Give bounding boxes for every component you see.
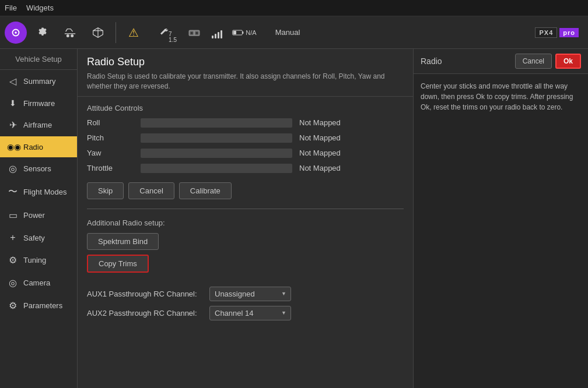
plan-button[interactable] — [85, 20, 111, 45]
settings-button[interactable] — [29, 20, 55, 45]
channel-row-throttle: Throttle Not Mapped — [87, 164, 404, 173]
right-panel-buttons: Cancel Ok — [515, 54, 581, 69]
vehicle-button[interactable] — [57, 20, 83, 45]
attitude-controls-label: Attitude Controls — [87, 104, 404, 112]
sidebar-item-power[interactable]: ▭ Power — [0, 204, 77, 227]
channel-status-pitch: Not Mapped — [299, 133, 358, 142]
channel-row-yaw: Yaw Not Mapped — [87, 149, 404, 158]
sidebar-item-tuning[interactable]: ⚙ Tuning — [0, 249, 77, 271]
sidebar-item-label-summary: Summary — [23, 77, 56, 86]
sensors-icon: ◎ — [7, 163, 19, 174]
sidebar-item-firmware[interactable]: ⬇ Firmware — [0, 93, 77, 114]
right-panel: Radio Cancel Ok Center your sticks and m… — [413, 49, 588, 388]
svg-point-11 — [191, 31, 193, 34]
sidebar-item-airframe[interactable]: ✈ Airframe — [0, 114, 77, 136]
toolbar: ⚠ 71.5 N/A Manual — [0, 16, 588, 49]
content-title: Radio Setup — [87, 56, 404, 68]
right-panel-body: Center your sticks and move throttle all… — [414, 74, 588, 119]
sidebar-header: Vehicle Setup — [0, 49, 77, 70]
svg-point-2 — [15, 31, 17, 34]
signal-bars — [212, 27, 222, 38]
content-body: Attitude Controls Roll Not Mapped Pitch … — [78, 97, 413, 388]
home-button[interactable] — [5, 22, 27, 44]
svg-rect-14 — [243, 31, 244, 34]
content-divider — [87, 209, 404, 209]
warning-icon: ⚠ — [128, 26, 139, 40]
vehicle-icon — [64, 26, 76, 39]
passthrough-label-aux1: AUX1 Passthrough RC Channel: — [87, 290, 204, 298]
right-panel-ok-button[interactable]: Ok — [555, 54, 581, 69]
flightmodes-icon: 〜 — [7, 186, 19, 198]
passthrough-select-wrap-aux2: Unassigned Channel 1 Channel 2 Channel 3… — [209, 306, 291, 320]
sidebar-item-sensors[interactable]: ◎ Sensors — [0, 157, 77, 180]
mode-button[interactable]: Manual — [264, 20, 311, 45]
sidebar-item-label-airframe: Airframe — [23, 121, 52, 129]
content-description: Radio Setup is used to calibrate your tr… — [87, 72, 404, 91]
sidebar-item-label-tuning: Tuning — [23, 256, 46, 264]
cancel-button[interactable]: Cancel — [128, 182, 174, 199]
passthrough-select-aux2[interactable]: Unassigned Channel 1 Channel 2 Channel 3… — [209, 306, 291, 320]
channel-bar-pitch — [141, 133, 292, 143]
battery-button[interactable]: N/A — [227, 20, 262, 45]
svg-point-12 — [196, 31, 198, 34]
channel-status-roll: Not Mapped — [299, 118, 358, 127]
main-layout: Vehicle Setup ◁ Summary ⬇ Firmware ✈ Air… — [0, 49, 588, 388]
settings-icon — [36, 27, 48, 38]
sidebar-item-radio[interactable]: ◉◉ Radio — [0, 136, 77, 157]
svg-rect-15 — [233, 31, 236, 34]
copy-trims-wrap: Copy Trims — [87, 255, 404, 280]
sidebar-item-label-parameters: Parameters — [23, 301, 62, 310]
sidebar-item-parameters[interactable]: ⚙ Parameters — [0, 294, 77, 317]
menu-bar: File Widgets — [0, 0, 588, 16]
right-panel-header: Radio Cancel Ok — [414, 49, 588, 74]
right-panel-title: Radio — [421, 57, 442, 66]
home-icon — [9, 26, 22, 39]
right-panel-instruction: Center your sticks and move throttle all… — [421, 81, 581, 112]
sidebar-item-label-radio: Radio — [23, 143, 43, 151]
rc-button[interactable] — [181, 20, 207, 45]
battery-icon — [232, 29, 244, 37]
tuning-icon: ⚙ — [7, 255, 19, 266]
logo-area: PX4 pro — [535, 27, 579, 38]
right-panel-cancel-button[interactable]: Cancel — [515, 54, 552, 69]
battery-label: N/A — [246, 29, 256, 36]
passthrough-select-aux1[interactable]: Unassigned Channel 1 Channel 2 Channel 3… — [209, 287, 291, 301]
channel-label-yaw: Yaw — [87, 149, 134, 157]
logo-pro: pro — [559, 28, 579, 37]
channel-bar-throttle — [141, 164, 292, 173]
content-header: Radio Setup Radio Setup is used to calib… — [78, 49, 413, 97]
skip-button[interactable]: Skip — [87, 182, 124, 199]
radio-icon: ◉◉ — [7, 142, 19, 151]
additional-label: Additional Radio setup: — [87, 218, 404, 227]
passthrough-row-aux1: AUX1 Passthrough RC Channel: Unassigned … — [87, 287, 404, 301]
warning-button[interactable]: ⚠ — [121, 20, 146, 45]
summary-icon: ◁ — [7, 76, 19, 87]
menu-file[interactable]: File — [5, 3, 17, 12]
svg-point-4 — [71, 34, 74, 37]
channel-label-pitch: Pitch — [87, 133, 134, 142]
spektrum-bind-button[interactable]: Spektrum Bind — [87, 233, 159, 250]
sidebar-item-label-power: Power — [23, 211, 45, 220]
channel-label-throttle: Throttle — [87, 164, 134, 172]
logo-px4: PX4 — [535, 27, 557, 38]
airframe-icon: ✈ — [7, 119, 19, 130]
firmware-button[interactable]: 71.5 — [149, 20, 179, 45]
safety-icon: + — [7, 232, 19, 243]
channel-status-throttle: Not Mapped — [299, 164, 358, 172]
toolbar-divider-1 — [116, 22, 116, 43]
sidebar-item-flightmodes[interactable]: 〜 Flight Modes — [0, 180, 77, 204]
sidebar-item-label-flightmodes: Flight Modes — [23, 188, 66, 196]
passthrough-label-aux2: AUX2 Passthrough RC Channel: — [87, 309, 204, 318]
calibrate-button[interactable]: Calibrate — [179, 182, 232, 199]
channel-label-roll: Roll — [87, 118, 134, 127]
sidebar-item-label-firmware: Firmware — [23, 99, 55, 108]
firmware-icon: ⬇ — [7, 98, 19, 108]
sidebar-item-label-safety: Safety — [23, 234, 45, 242]
sidebar-item-label-camera: Camera — [23, 278, 50, 287]
copy-trims-button[interactable]: Copy Trims — [87, 255, 149, 273]
plan-icon — [92, 27, 104, 38]
sidebar-item-camera[interactable]: ◎ Camera — [0, 271, 77, 294]
sidebar-item-safety[interactable]: + Safety — [0, 227, 77, 249]
sidebar-item-summary[interactable]: ◁ Summary — [0, 70, 77, 93]
menu-widgets[interactable]: Widgets — [26, 3, 54, 12]
